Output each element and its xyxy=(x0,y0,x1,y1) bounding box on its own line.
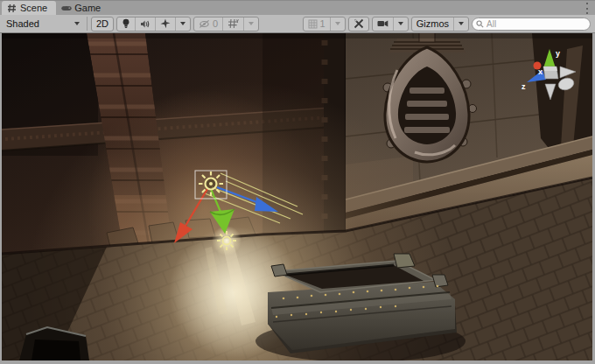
grid-axes-icon xyxy=(228,18,239,29)
layers-group: 1 xyxy=(303,17,346,32)
2d-toggle-group: 2D xyxy=(91,17,114,32)
tab-scene[interactable]: Scene xyxy=(2,1,56,15)
tab-scene-label: Scene xyxy=(20,3,47,13)
tools-button[interactable] xyxy=(349,18,368,31)
axis-y-label: y xyxy=(556,49,560,58)
directional-light-gizmo[interactable] xyxy=(199,172,223,196)
audio-toggle-button[interactable] xyxy=(136,18,156,31)
draw-mode-dropdown[interactable]: Shaded xyxy=(3,17,83,32)
hidden-objects-group: 0 xyxy=(193,17,259,32)
axis-x-label: x xyxy=(538,67,542,76)
camera-icon xyxy=(377,19,388,28)
gizmos-group: Gizmos xyxy=(411,17,469,32)
lightbulb-icon xyxy=(122,18,130,29)
dropdown-caret-icon xyxy=(180,22,186,25)
tab-game-label: Game xyxy=(74,3,101,13)
lighting-toggle-button[interactable] xyxy=(117,18,136,31)
kebab-menu-icon[interactable] xyxy=(584,3,591,14)
search-input[interactable] xyxy=(486,19,586,29)
2d-toggle-button[interactable]: 2D xyxy=(92,18,113,31)
gizmo-search-field[interactable] xyxy=(472,18,591,31)
tools-icon xyxy=(354,18,364,29)
draw-mode-label: Shaded xyxy=(6,18,39,29)
hidden-objects-button[interactable]: 0 xyxy=(194,18,223,31)
grid-settings-button[interactable] xyxy=(223,18,244,31)
tools-group xyxy=(348,17,369,32)
layers-grid-icon xyxy=(308,19,318,29)
gizmos-button[interactable]: Gizmos xyxy=(412,18,454,31)
dropdown-caret-icon xyxy=(74,22,80,25)
effects-dropdown-button[interactable] xyxy=(176,18,190,31)
layers-button[interactable]: 1 xyxy=(304,18,331,31)
camera-group xyxy=(372,17,409,32)
viewport-top-shade xyxy=(2,33,592,38)
hidden-count: 0 xyxy=(213,18,218,29)
2d-label: 2D xyxy=(96,18,108,29)
gamepad-icon xyxy=(61,4,71,13)
effects-toggle-button[interactable] xyxy=(156,18,176,31)
speaker-icon xyxy=(140,19,150,29)
magnifier-icon xyxy=(476,20,484,28)
layers-value: 1 xyxy=(320,18,326,29)
dropdown-caret-icon xyxy=(458,22,464,25)
sparkle-icon xyxy=(160,18,171,29)
camera-settings-button[interactable] xyxy=(373,18,394,31)
gizmos-dropdown-button[interactable] xyxy=(454,18,468,31)
gizmos-label: Gizmos xyxy=(416,18,449,29)
tab-bar: Scene Game xyxy=(0,0,595,15)
unity-scene-window: Scene Game Shaded 2D xyxy=(0,0,595,364)
toolbar-separator xyxy=(87,17,88,31)
eye-off-icon xyxy=(199,19,210,29)
axis-z-label: z xyxy=(522,82,526,91)
layers-dropdown-button[interactable] xyxy=(331,18,345,31)
camera-dropdown-button[interactable] xyxy=(394,18,408,31)
scene-viewport[interactable]: y x z xyxy=(2,33,592,360)
dropdown-caret-icon xyxy=(335,22,340,25)
tab-game[interactable]: Game xyxy=(56,1,109,15)
dropdown-caret-icon xyxy=(248,22,254,25)
point-light-glow xyxy=(212,226,242,256)
scene-toolbar: Shaded 2D xyxy=(0,15,595,33)
grid-dropdown-button[interactable] xyxy=(244,18,258,31)
view-options-group xyxy=(116,17,191,32)
scene-grid-icon xyxy=(7,4,17,13)
dropdown-caret-icon xyxy=(398,22,403,25)
